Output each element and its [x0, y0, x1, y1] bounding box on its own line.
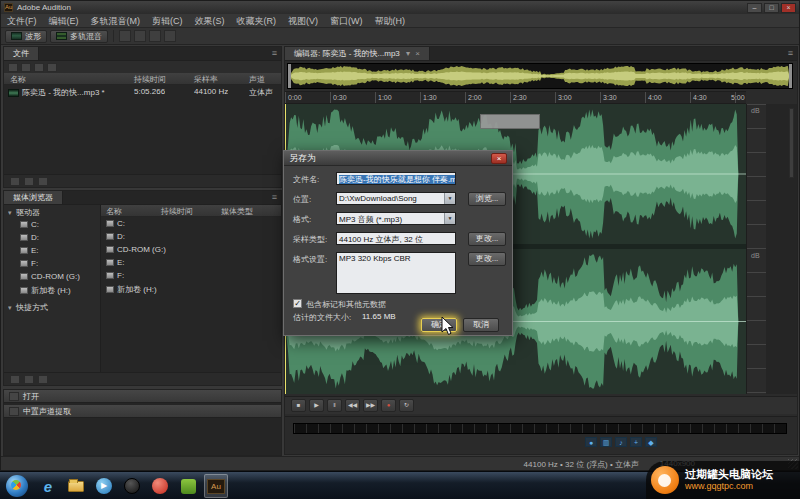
tab-editor[interactable]: 编辑器: 陈奕迅 - 我的快...mp3 ▾ ×: [285, 47, 430, 60]
vertical-scrollbar[interactable]: [789, 108, 794, 178]
toolbar-tool-icon-2[interactable]: [134, 30, 146, 42]
menu-window[interactable]: 窗口(W): [324, 14, 369, 28]
meter-option-icon-4[interactable]: +: [630, 437, 642, 447]
close-button[interactable]: ×: [781, 3, 796, 13]
menu-clip[interactable]: 剪辑(C): [146, 14, 189, 28]
col-duration[interactable]: 持续时间: [134, 74, 166, 85]
pause-button[interactable]: ‖: [327, 399, 342, 412]
menu-effects[interactable]: 效果(S): [189, 14, 231, 28]
taskbar-explorer-icon[interactable]: [64, 474, 88, 498]
media-browser-menu-icon[interactable]: ≡: [268, 191, 281, 204]
location-dropdown[interactable]: D:\XwDownload\Song ▼: [336, 192, 456, 205]
files-footer-icon-2[interactable]: [24, 177, 34, 186]
files-footer-icon-1[interactable]: [10, 177, 20, 186]
timeline-ruler[interactable]: 0:00 0:30 1:00 1:30 2:00 2:30 3:00 3:30 …: [285, 91, 746, 104]
hud-box: [480, 114, 540, 129]
menu-favorites[interactable]: 收藏夹(R): [231, 14, 283, 28]
media-item[interactable]: 新加卷 (H:): [106, 284, 286, 297]
chevron-down-icon[interactable]: ▼: [444, 213, 455, 224]
menu-view[interactable]: 视图(V): [282, 14, 324, 28]
taskbar-media-player-icon[interactable]: ▶: [92, 474, 116, 498]
fast-forward-button[interactable]: ▶▶: [363, 399, 378, 412]
col-samplerate[interactable]: 采样率: [194, 74, 218, 85]
taskbar-music-app-icon[interactable]: [148, 474, 172, 498]
meter-option-icon-2[interactable]: ▥: [600, 437, 612, 447]
browse-button[interactable]: 浏览...: [468, 192, 506, 206]
media-item[interactable]: F:: [106, 271, 286, 284]
center-channel-panel-bar[interactable]: 中置声道提取: [4, 405, 281, 418]
taskbar-audition-icon[interactable]: Au: [204, 474, 228, 498]
files-footer-icon-3[interactable]: [38, 177, 48, 186]
media-footer-icon-2[interactable]: [24, 375, 34, 384]
media-footer-icon-3[interactable]: [38, 375, 48, 384]
loop-button[interactable]: ↻: [399, 399, 414, 412]
overview-handle-right[interactable]: [789, 64, 792, 88]
overview-handle-left[interactable]: [288, 64, 291, 88]
toolbar-tool-icon-1[interactable]: [119, 30, 131, 42]
cancel-button[interactable]: 取消: [463, 318, 499, 332]
media-item[interactable]: D:: [106, 232, 286, 245]
tab-files[interactable]: 文件: [4, 47, 39, 60]
editor-panel-menu-icon[interactable]: ≡: [784, 47, 797, 60]
open-file-icon[interactable]: [21, 63, 31, 72]
toolbar-tool-icon-4[interactable]: [164, 30, 176, 42]
stop-button[interactable]: ■: [291, 399, 306, 412]
overview-strip[interactable]: [287, 63, 793, 89]
tree-root-drives[interactable]: ▾驱动器: [8, 207, 104, 220]
editor-tab-caret-icon[interactable]: ▾: [406, 49, 410, 58]
col-channels[interactable]: 声道: [249, 74, 265, 85]
multitrack-view-button[interactable]: 多轨混音: [50, 30, 108, 43]
rewind-button[interactable]: ◀◀: [345, 399, 360, 412]
taskbar-qq-icon[interactable]: [120, 474, 144, 498]
media-item[interactable]: CD-ROM (G:): [106, 245, 286, 258]
tree-expand-icon[interactable]: ▾: [8, 209, 16, 217]
record-button[interactable]: ●: [381, 399, 396, 412]
menu-file[interactable]: 文件(F): [1, 14, 43, 28]
menu-edit[interactable]: 编辑(E): [43, 14, 85, 28]
menubar: 文件(F) 编辑(E) 多轨混音(M) 剪辑(C) 效果(S) 收藏夹(R) 视…: [1, 14, 799, 28]
meter-option-icon-1[interactable]: ●: [585, 437, 597, 447]
media-item[interactable]: C:: [106, 219, 286, 232]
meter-option-icon-3[interactable]: ♪: [615, 437, 627, 447]
menu-help[interactable]: 帮助(H): [369, 14, 412, 28]
col-name[interactable]: 名称: [106, 206, 122, 217]
format-dropdown[interactable]: MP3 音频 (*.mp3) ▼: [336, 212, 456, 225]
dialog-titlebar[interactable]: 另存为 ×: [284, 151, 512, 166]
start-button[interactable]: [6, 475, 28, 497]
media-player-icon: ▶: [96, 478, 112, 494]
metadata-checkbox[interactable]: ✓: [293, 299, 302, 308]
editor-tab-close-icon[interactable]: ×: [415, 49, 420, 58]
files-panel-menu-icon[interactable]: ≡: [268, 47, 281, 60]
tree-expand-icon[interactable]: ▾: [8, 304, 16, 312]
open-panel-icon: [9, 392, 19, 401]
col-name[interactable]: 名称: [10, 74, 26, 85]
minimize-button[interactable]: –: [747, 3, 762, 13]
file-row[interactable]: 陈奕迅 - 我的快...mp3 * 5:05.266 44100 Hz 立体声: [4, 87, 281, 100]
tab-media-browser[interactable]: 媒体浏览器: [4, 191, 63, 204]
media-footer-icon-1[interactable]: [10, 375, 20, 384]
toolbar-tool-icon-3[interactable]: [149, 30, 161, 42]
db-ruler[interactable]: dB dB: [746, 104, 766, 394]
meter-option-icon-5[interactable]: ◆: [645, 437, 657, 447]
waveform-view-button[interactable]: 波形: [5, 30, 47, 43]
col-duration[interactable]: 持续时间: [161, 206, 193, 217]
sample-type-field: 44100 Hz 立体声, 32 位: [336, 232, 456, 245]
taskbar-ie-icon[interactable]: e: [36, 474, 60, 498]
dialog-close-button[interactable]: ×: [491, 153, 507, 164]
insert-multitrack-icon[interactable]: [47, 63, 57, 72]
tree-root-shortcuts[interactable]: ▾快捷方式: [8, 302, 104, 315]
change-sample-type-button[interactable]: 更改...: [468, 232, 506, 246]
filename-input[interactable]: 陈奕迅-我的快乐就是想你 伴奏.mp3: [336, 172, 456, 185]
open-panel-bar[interactable]: 打开: [4, 390, 281, 403]
editor-tabs: 编辑器: 陈奕迅 - 我的快...mp3 ▾ × ≡: [285, 47, 797, 61]
media-item[interactable]: E:: [106, 258, 286, 271]
menu-multitrack[interactable]: 多轨混音(M): [85, 14, 147, 28]
taskbar-green-app-icon[interactable]: [176, 474, 200, 498]
maximize-button[interactable]: □: [764, 3, 779, 13]
import-file-icon[interactable]: [8, 63, 18, 72]
change-format-settings-button[interactable]: 更改...: [468, 252, 506, 266]
close-file-icon[interactable]: [34, 63, 44, 72]
col-mediatype[interactable]: 媒体类型: [221, 206, 253, 217]
chevron-down-icon[interactable]: ▼: [444, 193, 455, 204]
play-button[interactable]: ▶: [309, 399, 324, 412]
